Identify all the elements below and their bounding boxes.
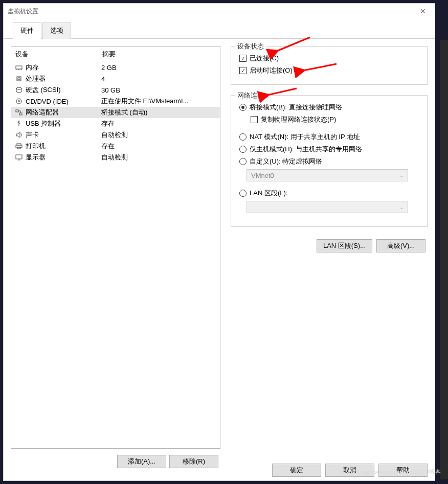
advanced-button[interactable]: 高级(V)...: [376, 239, 425, 252]
device-summary: 自动检测: [101, 153, 217, 162]
header-summary: 摘要: [102, 50, 216, 59]
device-summary: 自动检测: [101, 130, 217, 140]
device-summary: 4: [101, 75, 217, 83]
device-name: 网络适配器: [26, 108, 59, 117]
dialog-window: 虚拟机设置 ✕ 硬件 选项 设备 摘要 内存2 GB处理器4硬盘 (SCSI)3…: [3, 3, 435, 481]
checkbox-icon: [251, 116, 258, 123]
device-name: 处理器: [26, 74, 46, 83]
cpu-icon: [14, 75, 24, 83]
radio-icon: [239, 158, 247, 165]
network-connection-legend: 网络连接: [235, 91, 266, 100]
tab-hardware[interactable]: 硬件: [13, 22, 41, 39]
custom-radio[interactable]: 自定义(U): 特定虚拟网络: [237, 157, 421, 166]
replicate-checkbox[interactable]: 复制物理网络连接状态(P): [249, 115, 421, 124]
svg-rect-5: [17, 77, 21, 81]
device-name: 内存: [26, 63, 39, 72]
device-summary: 桥接模式 (自动): [101, 108, 217, 117]
chevron-down-icon: ⌄: [399, 204, 404, 210]
device-summary: 存在: [101, 142, 217, 151]
device-name: USB 控制器: [26, 119, 61, 128]
device-row[interactable]: 处理器4: [11, 73, 220, 84]
device-name: 硬盘 (SCSI): [26, 85, 61, 95]
device-row[interactable]: 网络适配器桥接模式 (自动): [11, 107, 220, 118]
device-summary: 2 GB: [101, 64, 217, 72]
svg-rect-0: [16, 66, 22, 69]
device-status-legend: 设备状态: [235, 42, 266, 51]
radio-icon: [239, 146, 247, 153]
network-icon: [14, 108, 24, 117]
device-name: CD/DVD (IDE): [26, 98, 69, 105]
device-list-header: 设备 摘要: [11, 47, 220, 62]
printer-icon: [14, 142, 24, 150]
cd-icon: [14, 97, 24, 105]
device-summary: 30 GB: [101, 86, 217, 94]
device-summary: 存在: [101, 119, 217, 128]
device-row[interactable]: 声卡自动检测: [11, 129, 220, 141]
hostonly-radio[interactable]: 仅主机模式(H): 与主机共享的专用网络: [237, 145, 421, 154]
custom-network-dropdown: VMnet0 ⌄: [247, 169, 408, 181]
right-pane: 设备状态 ✓ 已连接(C) ✓ 启动时连接(O) 网络连接 桥接模式(B): 直…: [231, 46, 428, 470]
disk-icon: [14, 86, 24, 94]
device-name: 打印机: [26, 142, 46, 151]
lan-segment-radio[interactable]: LAN 区段(L):: [237, 189, 421, 198]
lan-segment-dropdown: ⌄: [247, 201, 408, 213]
svg-rect-11: [19, 113, 22, 115]
svg-line-20: [267, 88, 297, 95]
watermark: https://blog.csdn.net/Jar@51CTO博客: [340, 468, 441, 476]
background-fragment: [440, 40, 448, 479]
device-row[interactable]: 打印机存在: [11, 141, 220, 152]
device-status-group: 设备状态 ✓ 已连接(C) ✓ 启动时连接(O): [231, 46, 428, 85]
checkbox-icon: ✓: [239, 55, 247, 62]
bridged-radio[interactable]: 桥接模式(B): 直接连接物理网络: [237, 103, 421, 112]
network-buttons: LAN 区段(S)... 高级(V)...: [231, 237, 428, 255]
hostonly-label: 仅主机模式(H): 与主机共享的专用网络: [250, 145, 362, 154]
left-pane: 设备 摘要 内存2 GB处理器4硬盘 (SCSI)30 GBCD/DVD (ID…: [11, 46, 220, 470]
tab-strip: 硬件 选项: [4, 19, 435, 39]
device-row[interactable]: CD/DVD (IDE)正在使用文件 E:\VMsteam\I...: [11, 96, 220, 107]
svg-point-9: [18, 101, 20, 102]
device-row[interactable]: 内存2 GB: [11, 62, 220, 73]
radio-icon: [239, 104, 247, 111]
nat-label: NAT 模式(N): 用于共享主机的 IP 地址: [250, 132, 360, 142]
device-name: 显示器: [26, 153, 46, 162]
device-row[interactable]: 显示器自动检测: [11, 152, 220, 163]
connected-label: 已连接(C): [250, 54, 279, 63]
lan-segment-label: LAN 区段(L):: [250, 189, 287, 198]
custom-network-value: VMnet0: [251, 172, 274, 179]
ok-button[interactable]: 确定: [272, 464, 321, 477]
device-name: 声卡: [26, 130, 39, 140]
svg-rect-16: [16, 155, 22, 159]
device-row[interactable]: USB 控制器存在: [11, 118, 220, 129]
custom-label: 自定义(U): 特定虚拟网络: [250, 157, 322, 166]
titlebar: 虚拟机设置 ✕: [4, 4, 435, 19]
usb-icon: [14, 120, 24, 128]
nat-radio[interactable]: NAT 模式(N): 用于共享主机的 IP 地址: [237, 132, 421, 142]
content-area: 设备 摘要 内存2 GB处理器4硬盘 (SCSI)30 GBCD/DVD (ID…: [4, 39, 435, 474]
connect-poweron-checkbox[interactable]: ✓ 启动时连接(O): [237, 66, 421, 75]
network-connection-group: 网络连接 桥接模式(B): 直接连接物理网络 复制物理网络连接状态(P) NAT…: [231, 95, 428, 227]
display-icon: [14, 153, 24, 162]
device-row[interactable]: 硬盘 (SCSI)30 GB: [11, 84, 220, 96]
sound-icon: [14, 131, 24, 139]
chevron-down-icon: ⌄: [399, 173, 404, 178]
tab-options[interactable]: 选项: [42, 22, 71, 39]
connect-poweron-label: 启动时连接(O): [250, 66, 293, 75]
device-summary: 正在使用文件 E:\VMsteam\I...: [101, 97, 217, 106]
svg-point-7: [16, 87, 21, 89]
checkbox-icon: ✓: [239, 67, 247, 74]
window-title: 虚拟机设置: [8, 7, 38, 16]
bridged-label: 桥接模式(B): 直接连接物理网络: [250, 103, 342, 112]
radio-icon: [239, 190, 247, 197]
memory-icon: [14, 63, 24, 72]
connected-checkbox[interactable]: ✓ 已连接(C): [237, 54, 421, 63]
svg-rect-10: [16, 110, 18, 112]
svg-point-8: [16, 99, 21, 104]
close-icon[interactable]: ✕: [415, 7, 431, 15]
header-device: 设备: [15, 50, 102, 59]
lan-segments-button[interactable]: LAN 区段(S)...: [317, 239, 372, 252]
replicate-label: 复制物理网络连接状态(P): [261, 115, 336, 124]
radio-icon: [239, 133, 247, 141]
svg-rect-6: [18, 78, 20, 80]
device-list[interactable]: 设备 摘要 内存2 GB处理器4硬盘 (SCSI)30 GBCD/DVD (ID…: [11, 46, 220, 449]
